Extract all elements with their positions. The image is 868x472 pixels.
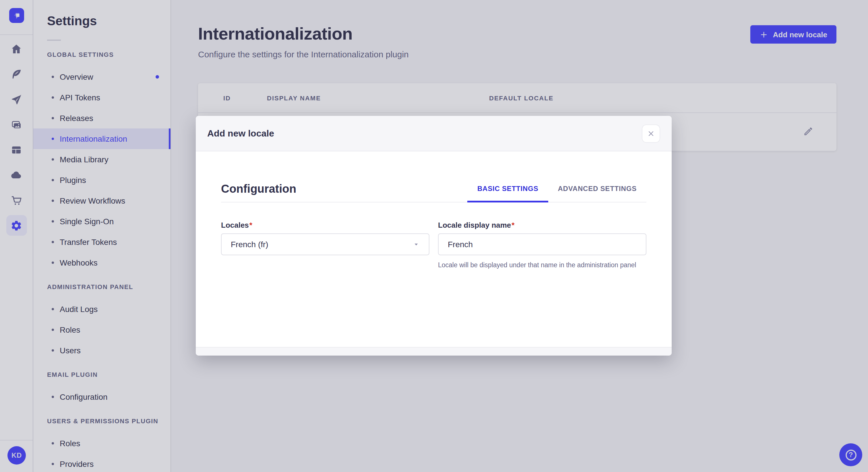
tab-advanced-settings[interactable]: ADVANCED SETTINGS <box>548 181 646 197</box>
display-name-label-text: Locale display name <box>438 221 511 229</box>
tab-basic-settings[interactable]: BASIC SETTINGS <box>468 181 548 197</box>
add-locale-modal: Add new locale Configuration BASIC SETTI… <box>196 116 672 356</box>
locales-label: Locales* <box>221 221 429 229</box>
display-name-label: Locale display name* <box>438 221 646 229</box>
close-modal-button[interactable] <box>642 124 660 142</box>
modal-title: Add new locale <box>207 128 274 138</box>
required-asterisk: * <box>249 221 252 229</box>
locales-label-text: Locales <box>221 221 249 229</box>
chevron-down-icon <box>413 241 420 248</box>
display-name-field: Locale display name* Locale will be disp… <box>438 221 646 270</box>
settings-tabs: BASIC SETTINGS ADVANCED SETTINGS <box>468 181 646 197</box>
app-root: KD Settings GLOBAL SETTINGS Overview API… <box>0 0 868 472</box>
modal-body: Configuration BASIC SETTINGS ADVANCED SE… <box>196 181 672 347</box>
configuration-heading: Configuration <box>221 182 296 195</box>
required-asterisk: * <box>512 221 515 229</box>
modal-header: Add new locale <box>196 116 672 151</box>
display-name-hint: Locale will be displayed under that name… <box>438 260 646 270</box>
close-icon <box>648 130 654 137</box>
locales-select-value: French (fr) <box>231 240 268 249</box>
modal-footer: Cancel Save <box>196 347 672 356</box>
display-name-input[interactable] <box>438 233 646 255</box>
locales-select[interactable]: French (fr) <box>221 233 429 255</box>
locales-field: Locales* French (fr) <box>221 221 429 270</box>
tabs-divider <box>221 202 646 202</box>
